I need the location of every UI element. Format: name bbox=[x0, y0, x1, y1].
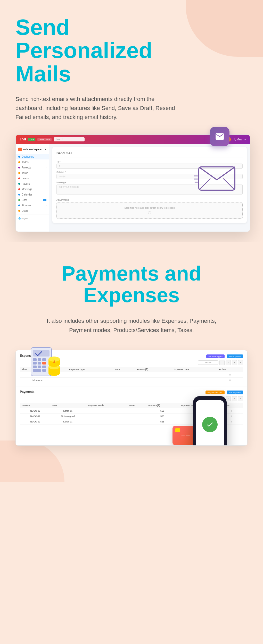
phone-screen bbox=[196, 400, 224, 446]
payments-header-row: Payments Payment Modes Add Payment bbox=[20, 389, 243, 394]
col-expense-type: Expense Type bbox=[67, 367, 113, 372]
expense-amount-cell bbox=[134, 377, 172, 383]
btn-expense-types[interactable]: Expense Types bbox=[206, 354, 225, 358]
col-invoice: Invoice bbox=[20, 403, 50, 408]
sidebar-item-payslip[interactable]: Payslip bbox=[16, 181, 49, 187]
payment-mode-cell bbox=[86, 419, 127, 424]
sidebar-item-projects[interactable]: Projects › bbox=[16, 165, 49, 170]
dot-meetings bbox=[18, 188, 20, 190]
main-content-area: Send mail To * To Subject bbox=[49, 144, 250, 232]
dot-chat bbox=[18, 199, 20, 201]
payment-amount-cell: 555 bbox=[146, 419, 179, 424]
sidebar-chevron: › bbox=[46, 204, 46, 207]
payment-invoice-cell: INVOC-99 bbox=[20, 408, 50, 413]
attachments-section: Attachments Drop files here and click bu… bbox=[56, 199, 243, 219]
payment-mode-cell bbox=[86, 408, 127, 413]
payments-next-btn[interactable]: › bbox=[232, 396, 237, 401]
svg-rect-9 bbox=[38, 358, 41, 361]
svg-rect-13 bbox=[42, 362, 46, 365]
sidebar-item-users[interactable]: Users bbox=[16, 208, 49, 214]
sidebar-item-label: Calendar bbox=[22, 193, 32, 196]
payments-add-row-btn[interactable]: + bbox=[238, 396, 243, 401]
sidebar-workspace-label: Main Workspace bbox=[23, 148, 42, 151]
app-logo-text: LIVE bbox=[20, 138, 26, 141]
attachments-label: Attachments bbox=[56, 199, 243, 201]
drop-zone[interactable]: Drop files here and click button below t… bbox=[56, 202, 243, 219]
col-note: Note bbox=[113, 367, 134, 372]
send-mail-panel: Send mail To * To Subject bbox=[52, 147, 247, 223]
demo-mode-badge: Demo mode bbox=[37, 138, 52, 141]
dashboard-mockup: LIVE LIVE Demo mode Search 🔔 ⊞ ? M Hi, M… bbox=[15, 134, 250, 232]
envelope-illustration bbox=[194, 160, 240, 195]
drop-zone-text: Drop files here and click button below t… bbox=[125, 207, 175, 209]
language-selector[interactable]: 🌐 English bbox=[18, 217, 28, 220]
sidebar-item-calendar[interactable]: Calendar bbox=[16, 192, 49, 197]
phone-mockup bbox=[193, 396, 227, 446]
app-layout: Main Workspace ▾ Dashboard Todos Project… bbox=[16, 144, 250, 232]
sidebar-item-todos[interactable]: Todos bbox=[16, 159, 49, 165]
sidebar-item-label: Tasks bbox=[22, 172, 28, 174]
sidebar-item-tasks[interactable]: Tasks bbox=[16, 170, 49, 176]
expenses-page-num: 1 bbox=[226, 360, 231, 365]
expense-note-cell bbox=[113, 372, 134, 377]
payments-mockup: $ Expenses Expense Types Add Expense Sea… bbox=[15, 350, 248, 446]
sidebar-item-label: Leads bbox=[22, 177, 29, 180]
expense-date-cell bbox=[171, 372, 217, 377]
payments-title: Payments bbox=[20, 390, 35, 394]
header-search[interactable]: Search bbox=[54, 137, 85, 141]
sidebar-item-label: Payslip bbox=[22, 182, 30, 185]
sidebar-item-label: Chat bbox=[22, 199, 27, 201]
section2-description: It also includes other supporting module… bbox=[41, 316, 222, 334]
svg-rect-17 bbox=[33, 369, 41, 372]
dot-users bbox=[18, 210, 20, 212]
check-circle bbox=[202, 417, 218, 432]
payments-buttons: Payment Modes Add Payment bbox=[206, 389, 243, 394]
payment-user-cell: Not assigned bbox=[50, 413, 86, 419]
chat-badge: 4 bbox=[43, 199, 46, 201]
payment-user-cell: Karan G. bbox=[50, 419, 86, 424]
expense-action-cell bbox=[217, 372, 243, 377]
sidebar: Main Workspace ▾ Dashboard Todos Project… bbox=[16, 144, 49, 232]
dot-calendar bbox=[18, 194, 20, 196]
sidebar-item-dashboard[interactable]: Dashboard bbox=[16, 154, 49, 159]
payment-user-cell: Karan G. bbox=[50, 408, 86, 413]
sidebar-item-finance[interactable]: Finance › bbox=[16, 203, 49, 208]
dot-tasks bbox=[18, 172, 20, 174]
sidebar-logo bbox=[18, 148, 22, 151]
btn-add-payment[interactable]: Add Payment bbox=[227, 391, 243, 394]
payment-amount-cell: 555 bbox=[146, 408, 179, 413]
col-amount: Amount(₹) bbox=[134, 367, 172, 372]
expenses-add-row-btn[interactable]: + bbox=[238, 360, 243, 365]
expenses-next-btn[interactable]: › bbox=[232, 360, 237, 365]
sidebar-item-meetings[interactable]: Meetings bbox=[16, 187, 49, 192]
svg-rect-7 bbox=[33, 350, 50, 357]
browser-frame: LIVE LIVE Demo mode Search 🔔 ⊞ ? M Hi, M… bbox=[15, 134, 250, 232]
svg-rect-15 bbox=[38, 366, 41, 368]
payment-mode-cell bbox=[86, 413, 127, 419]
live-badge: LIVE bbox=[28, 138, 35, 141]
svg-line-1 bbox=[199, 179, 210, 190]
payment-note-cell bbox=[127, 413, 146, 419]
dot-projects bbox=[18, 167, 20, 168]
dot-dashboard bbox=[18, 156, 20, 158]
expense-amount-cell bbox=[134, 372, 172, 377]
btn-payment-modes[interactable]: Payment Modes bbox=[206, 391, 225, 394]
sidebar-item-leads[interactable]: Leads bbox=[16, 176, 49, 181]
sidebar-item-chat[interactable]: Chat 4 bbox=[16, 197, 49, 203]
sidebar-chevron: ▾ bbox=[45, 148, 46, 151]
payments-section-block: Payments Payment Modes Add Payment Searc… bbox=[16, 386, 247, 445]
sidebar-item-label: Meetings bbox=[22, 188, 32, 191]
expenses-buttons: Expense Types Add Expense bbox=[206, 353, 243, 358]
btn-add-expense[interactable]: Add Expense bbox=[227, 354, 243, 358]
payment-invoice-cell: INVOC-99 bbox=[20, 413, 50, 419]
card-chip bbox=[175, 428, 180, 432]
expense-note-cell bbox=[113, 377, 134, 383]
section1-description: Send rich-text emails with attachments d… bbox=[15, 95, 175, 122]
svg-rect-11 bbox=[33, 362, 37, 365]
expenses-search-input[interactable]: Search bbox=[198, 360, 218, 365]
col-payment-mode: Payment Mode bbox=[86, 403, 127, 408]
email-float-icon bbox=[210, 127, 229, 146]
expenses-prev-btn[interactable]: ‹ bbox=[219, 360, 225, 365]
calc-svg: $ bbox=[26, 342, 64, 384]
col-action: Action bbox=[217, 367, 243, 372]
